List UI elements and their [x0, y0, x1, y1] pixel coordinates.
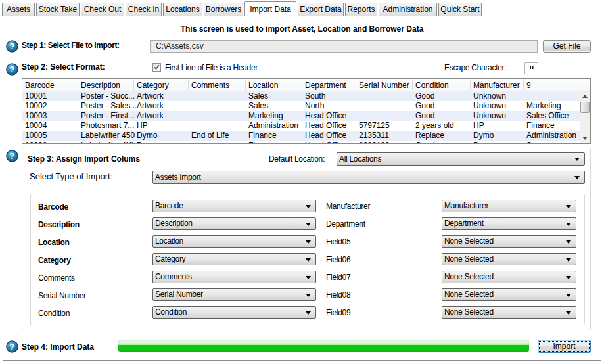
svg-text:?: ? — [9, 64, 14, 74]
svg-text:?: ? — [9, 151, 14, 161]
svg-text:?: ? — [9, 342, 14, 352]
svg-text:?: ? — [9, 41, 14, 51]
